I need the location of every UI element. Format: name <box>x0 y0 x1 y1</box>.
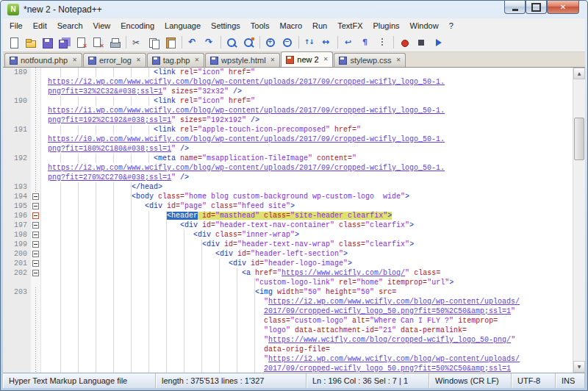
open-file-button[interactable] <box>22 35 39 51</box>
code-row[interactable]: <link rel="icon" href=" <box>43 96 573 106</box>
code-view[interactable]: 189<link rel="icon" href="https://i2.wp.… <box>3 68 573 373</box>
code-text[interactable]: <header id="masthead" class="site-header… <box>41 211 573 220</box>
code-row[interactable]: png?fit=180%2C180&#038;ssl=1" /> <box>43 144 573 154</box>
new-file-button[interactable] <box>5 35 22 51</box>
tab-tag-php[interactable]: tag.php✕ <box>147 53 204 67</box>
code-text[interactable]: <div id="header-text-nav-container" clas… <box>41 220 573 230</box>
menu-item-macro[interactable]: Macro <box>274 19 307 32</box>
word-wrap-button[interactable] <box>340 35 357 51</box>
tab-close-icon[interactable]: ✕ <box>136 57 141 63</box>
menu-item-run[interactable]: Run <box>307 19 332 32</box>
tab-stylewp-css[interactable]: stylewp.css✕ <box>334 53 406 67</box>
tab-close-icon[interactable]: ✕ <box>396 57 401 63</box>
code-row[interactable]: <body class="home blog custom-background… <box>43 192 573 201</box>
menu-item-textfx[interactable]: TextFX <box>332 19 368 32</box>
redo-button[interactable] <box>201 35 218 51</box>
code-row[interactable]: "https://i2.wp.com/www.wcifly.com/blog/w… <box>43 354 573 364</box>
menu-item-view[interactable]: View <box>88 19 116 32</box>
menu-item-file[interactable]: File <box>4 19 28 32</box>
code-row[interactable]: <div id="page" class="hfeed site"> <box>43 201 573 211</box>
fold-collapse-marker[interactable] <box>32 193 39 200</box>
code-row[interactable]: "https://i2.wp.com/www.wcifly.com/blog/w… <box>43 297 573 306</box>
code-row[interactable]: <header id="masthead" class="site-header… <box>43 211 573 220</box>
zoom-in-button[interactable] <box>262 35 279 51</box>
code-text[interactable]: <link rel="icon" href="https://i1.wp.com… <box>41 96 573 125</box>
menu-item-search[interactable]: Search <box>52 19 88 32</box>
sync-h-scroll-button[interactable] <box>318 35 335 51</box>
fold-collapse-marker[interactable] <box>32 222 39 229</box>
menu-item-encoding[interactable]: Encoding <box>115 19 159 32</box>
fold-collapse-marker[interactable] <box>32 251 39 257</box>
code-row[interactable]: https://i0.wp.com/www.wcifly.com/blog/wp… <box>43 134 573 144</box>
fold-collapse-marker[interactable] <box>32 232 39 238</box>
code-row[interactable]: 2017/09/cropped-wcifly logo 50.png?fit=5… <box>43 364 573 373</box>
code-row[interactable]: <link rel="apple-touch-icon-precomposed"… <box>43 125 573 134</box>
print-button[interactable] <box>107 35 123 51</box>
code-text[interactable]: <body class="home blog custom-background… <box>41 192 573 201</box>
undo-button[interactable] <box>184 35 201 51</box>
tab-error-log[interactable]: error_log✕ <box>83 53 146 67</box>
scroll-down-arrow-icon[interactable] <box>573 361 585 373</box>
code-row[interactable]: <meta name="msapplication-TileImage" con… <box>43 154 573 163</box>
code-row[interactable]: https://i1.wp.com/www.wcifly.com/blog/wp… <box>43 106 573 115</box>
fold-collapse-marker[interactable] <box>32 203 39 209</box>
replace-button[interactable] <box>240 35 257 51</box>
code-text[interactable]: <div id="header-logo-image"> <box>41 259 573 268</box>
fold-collapse-marker[interactable] <box>32 241 39 248</box>
tab-close-icon[interactable]: ✕ <box>323 57 329 62</box>
close-all-button[interactable] <box>90 35 107 51</box>
fold-collapse-marker[interactable] <box>32 212 39 219</box>
menu-item-edit[interactable]: Edit <box>28 19 52 32</box>
show-all-chars-button[interactable] <box>357 35 374 51</box>
find-button[interactable] <box>223 35 240 51</box>
zoom-out-button[interactable] <box>279 35 296 51</box>
code-text[interactable]: <div id="header-left-section"> <box>41 249 573 259</box>
tab-notfound-php[interactable]: notfound.php✕ <box>4 53 82 67</box>
record-macro-button[interactable] <box>396 35 413 51</box>
fold-collapse-marker[interactable] <box>32 260 39 267</box>
code-text[interactable]: <img width="50" height="50" src="https:/… <box>41 287 573 373</box>
code-row[interactable]: png?fit=32%2C32&#038;ssl=1" sizes="32x32… <box>43 87 573 96</box>
code-row[interactable]: "https://www.wcifly.com/blog/cropped-wci… <box>43 335 573 345</box>
tab-close-icon[interactable]: ✕ <box>270 57 276 63</box>
scrollbar-track[interactable] <box>573 79 585 361</box>
code-text[interactable]: <a href="https://www.wcifly.com/blog/" c… <box>41 268 573 287</box>
stop-record-button[interactable] <box>413 35 430 51</box>
code-row[interactable]: https://i2.wp.com/www.wcifly.com/blog/wp… <box>43 163 573 173</box>
code-row[interactable]: class="custom-logo" alt="Where Can I FLY… <box>43 316 573 326</box>
menu-item-language[interactable]: Language <box>159 19 206 32</box>
indent-guide-button[interactable] <box>374 35 391 51</box>
minimize-button[interactable] <box>504 1 526 14</box>
code-row[interactable]: png?fit=270%2C270&#038;ssl=1" /> <box>43 173 573 182</box>
cut-button[interactable] <box>129 35 146 51</box>
code-row[interactable]: <link rel="icon" href=" <box>43 68 573 77</box>
close-button[interactable] <box>547 1 579 14</box>
menu-item-window[interactable]: Window <box>405 19 444 32</box>
code-text[interactable]: <meta name="msapplication-TileImage" con… <box>41 154 573 182</box>
close-file-button[interactable] <box>73 35 90 51</box>
save-all-button[interactable] <box>56 35 73 51</box>
tab-wpstyle-html[interactable]: wpstyle.html✕ <box>205 53 280 67</box>
menu-item-settings[interactable]: Settings <box>206 19 245 32</box>
code-row[interactable]: <div id="header-text-nav-wrap" class="cl… <box>43 240 573 249</box>
copy-button[interactable] <box>146 35 162 51</box>
code-text[interactable]: <div id="page" class="hfeed site"> <box>41 201 573 211</box>
menu-item-help[interactable]: ? <box>444 19 459 32</box>
code-row[interactable]: <img width="50" height="50" src= <box>43 287 573 297</box>
code-row[interactable]: <div id="header-left-section"> <box>43 249 573 259</box>
code-row[interactable]: png?fit=192%2C192&#038;ssl=1" sizes="192… <box>43 115 573 125</box>
code-text[interactable]: <div class="inner-wrap"> <box>41 230 573 240</box>
code-row[interactable]: data-orig-file= <box>43 345 573 354</box>
tab-close-icon[interactable]: ✕ <box>72 57 77 63</box>
code-row[interactable]: <div id="header-logo-image"> <box>43 259 573 268</box>
code-row[interactable]: <div id="header-text-nav-container" clas… <box>43 220 573 230</box>
tab-new-2[interactable]: new 2✕ <box>281 51 333 67</box>
code-row[interactable]: 2017/09/cropped-wcifly_logo_50.png?fit=5… <box>43 306 573 316</box>
vertical-scrollbar[interactable] <box>573 68 585 373</box>
play-macro-button[interactable] <box>430 35 447 51</box>
code-row[interactable]: https://i2.wp.com/www.wcifly.com/blog/wp… <box>43 77 573 87</box>
tab-close-icon[interactable]: ✕ <box>194 57 199 63</box>
scroll-up-arrow-icon[interactable] <box>573 68 585 79</box>
paste-button[interactable] <box>162 35 179 51</box>
code-row[interactable]: <div class="inner-wrap"> <box>43 230 573 240</box>
